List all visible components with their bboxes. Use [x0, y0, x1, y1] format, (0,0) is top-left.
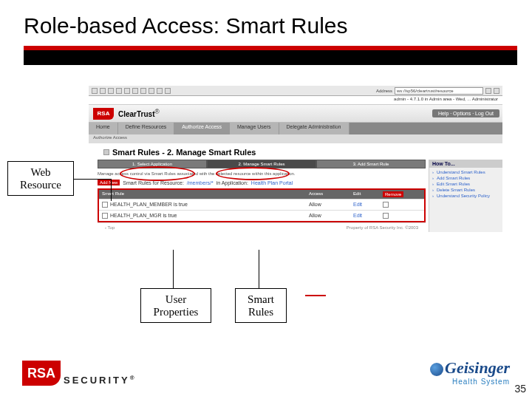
- header-links[interactable]: Help · Options · Log Out: [432, 109, 499, 117]
- annotation-line: [259, 250, 259, 288]
- annotation-line: [173, 250, 174, 288]
- col-rule: Smart Rule: [99, 190, 306, 199]
- callout-web-resource: Web Resource: [7, 161, 74, 196]
- product-name-text: ClearTrust: [118, 111, 154, 119]
- security-text: SECURITY®: [64, 375, 137, 386]
- howto-link[interactable]: Understand Smart Rules: [432, 170, 499, 174]
- howto-panel: How To... Understand Smart Rules Add Sma…: [429, 160, 502, 232]
- rule-access: Allow: [306, 200, 350, 210]
- black-bar: [24, 50, 517, 65]
- footer-right: Geisinger Health System: [430, 358, 510, 386]
- remove-button[interactable]: Remove: [383, 191, 403, 197]
- col-access: Access: [306, 190, 350, 199]
- page-heading: Smart Rules - 2. Manage Smart Rules: [89, 143, 502, 160]
- breadcrumb: Authorize Access: [89, 134, 502, 143]
- table-row: HEALTH_PLAN_MGR is true Allow Edit: [99, 210, 424, 221]
- row-checkbox[interactable]: [102, 202, 108, 208]
- top-link[interactable]: ‹ Top: [105, 225, 115, 230]
- copyright: Property of RSA Security Inc. ©2003: [347, 225, 418, 230]
- product-name: ClearTrust®: [118, 108, 160, 118]
- back-icon[interactable]: [92, 88, 98, 94]
- callout-user-properties: User Properties: [140, 288, 211, 323]
- search-icon[interactable]: [132, 88, 138, 94]
- links-icon[interactable]: [494, 88, 499, 94]
- main-tabs: Home Define Resources Authorize Access M…: [89, 123, 502, 134]
- resource-link[interactable]: /members/*: [187, 180, 214, 185]
- howto-link[interactable]: Understand Security Policy: [432, 194, 499, 198]
- remove-checkbox[interactable]: [383, 213, 389, 219]
- rule-name: HEALTH_PLAN_MEMBER is true: [110, 202, 188, 207]
- history-icon[interactable]: [149, 88, 154, 94]
- howto-title: How To...: [429, 160, 502, 168]
- annotation-line: [74, 179, 111, 180]
- go-icon[interactable]: [485, 88, 491, 94]
- application-link[interactable]: Health Plan Portal: [251, 180, 293, 185]
- brand-row: RSA ClearTrust® Help · Options · Log Out: [89, 105, 502, 123]
- print-icon[interactable]: [165, 88, 171, 94]
- rsa-logo-big-icon: RSA: [22, 361, 61, 386]
- browser-toolbar: Address ws://sp56/cleartrust/resource: [89, 86, 502, 96]
- remove-checkbox[interactable]: [383, 202, 389, 208]
- callout-smart-rules: Smart Rules: [235, 288, 287, 323]
- annotation-line: [111, 179, 112, 201]
- main-pane: 1. Select Application 2. Manage Smart Ru…: [89, 160, 429, 232]
- page-heading-text: Smart Rules - 2. Manage Smart Rules: [112, 148, 256, 157]
- mail-icon[interactable]: [157, 88, 163, 94]
- annotation-circle-2: [216, 167, 290, 180]
- product-reg: ®: [154, 108, 159, 115]
- description-line: Manage access control via Smart Rules as…: [98, 171, 426, 176]
- home-icon[interactable]: [124, 88, 130, 94]
- page-heading-icon: [103, 149, 109, 155]
- footer-left: RSA SECURITY®: [22, 361, 137, 386]
- favorites-icon[interactable]: [140, 88, 146, 94]
- annotation-circle-1: [120, 166, 195, 181]
- in-app-label: in Application:: [216, 180, 248, 185]
- howto-link[interactable]: Edit Smart Rules: [432, 182, 499, 186]
- forward-icon[interactable]: [100, 88, 106, 94]
- rules-table-header: Smart Rule Access Edit Remove: [99, 190, 424, 199]
- stop-icon[interactable]: [108, 88, 114, 94]
- tab-delegate-administration[interactable]: Delegate Administration: [279, 123, 349, 134]
- howto-link[interactable]: Delete Smart Rules: [432, 188, 499, 192]
- table-row: HEALTH_PLAN_MEMBER is true Allow Edit: [99, 199, 424, 210]
- rule-name: HEALTH_PLAN_MGR is true: [110, 213, 177, 218]
- geisinger-globe-icon: [430, 363, 443, 376]
- screenshot-panel: Address ws://sp56/cleartrust/resource ad…: [89, 86, 502, 285]
- tab-manage-users[interactable]: Manage Users: [230, 123, 279, 134]
- rules-table: Smart Rule Access Edit Remove HEALTH_PLA…: [98, 188, 426, 222]
- col-remove: Remove: [380, 190, 424, 199]
- rule-access: Allow: [306, 211, 350, 221]
- refresh-icon[interactable]: [116, 88, 122, 94]
- admin-status-line: admin - 4.7.1.0 in Admin area - Wed, ...…: [89, 96, 502, 105]
- footer-note: ‹ Top Property of RSA Security Inc. ©200…: [98, 222, 426, 232]
- health-system-text: Health System: [430, 378, 510, 386]
- address-label: Address: [376, 89, 392, 93]
- slide-title: Role-based Access: Smart Rules: [0, 0, 532, 46]
- tab-authorize-access[interactable]: Authorize Access: [174, 123, 230, 134]
- annotation-underline: [305, 295, 326, 296]
- col-edit: Edit: [350, 190, 380, 199]
- step-3[interactable]: 3. Add Smart Rule: [316, 160, 426, 168]
- address-field[interactable]: ws://sp56/cleartrust/resource: [395, 87, 483, 95]
- tab-define-resources[interactable]: Define Resources: [118, 123, 175, 134]
- add-new-button[interactable]: Add New: [98, 180, 120, 185]
- rule-edit-link[interactable]: Edit: [350, 200, 380, 210]
- page-number: 35: [514, 383, 526, 395]
- row-checkbox[interactable]: [102, 213, 108, 219]
- geisinger-logo: Geisinger: [430, 358, 510, 378]
- rule-edit-link[interactable]: Edit: [350, 211, 380, 221]
- rsa-logo-icon: RSA: [93, 108, 114, 120]
- howto-link[interactable]: Add Smart Rules: [432, 176, 499, 180]
- tab-home[interactable]: Home: [89, 123, 118, 134]
